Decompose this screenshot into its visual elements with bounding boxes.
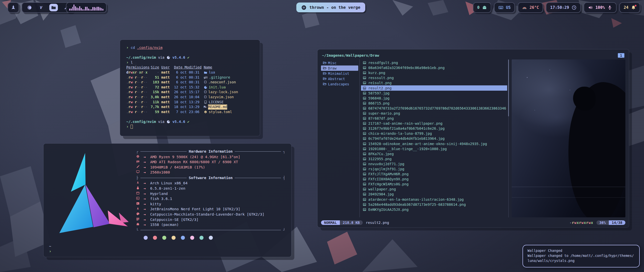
file-owner: matt <box>161 105 174 110</box>
terminal-color-palette <box>144 236 285 240</box>
file-list-item[interactable]: wallpaper.png <box>361 187 507 192</box>
terminal-window[interactable]: › cd .config/nvim ~/.config/nvim via v5.… <box>120 40 260 136</box>
file-list-item[interactable]: kurz.png <box>361 70 507 75</box>
palette-dot <box>162 236 166 240</box>
file-name: 87r687df.png <box>368 116 394 120</box>
file-list-item[interactable]: rsjqojlmjhf91.jpg <box>361 166 507 172</box>
file-list-item[interactable]: 217167-sad-anime-rain-wallpaper.png <box>361 121 507 126</box>
sidebar-item-landscapes[interactable]: Landscapes <box>321 81 358 87</box>
fetch-info-row: A→JetBrainsMono Nerd Font Light 10 [GTK2… <box>136 207 285 212</box>
file-name: FXfcII0X0AQyn9X.png <box>368 177 409 181</box>
file-list-item[interactable]: 596848.jpg <box>361 96 507 101</box>
fetch-info-value: AMD ATI Radeon RX 6800/6800 XT / 6900 XT <box>150 159 238 165</box>
pane-divider-2 <box>508 59 509 217</box>
file-list-item[interactable]: 20492984.jpg <box>361 192 507 197</box>
file-list-item[interactable]: 154928-odinokoe_anime-art-anime-okno-sin… <box>361 141 507 146</box>
packages-icon <box>136 222 140 226</box>
file-manager-window[interactable]: ~/Imagenes/Wallpapers/Draw 1 MiscDrawMin… <box>317 49 629 227</box>
tab-indicator[interactable]: 1 <box>618 53 624 58</box>
file-list-item[interactable]: 8FKa7Cu.jpeg <box>361 151 507 156</box>
fetch-info-row: →Catppuccin-SE [GTK2/3] <box>136 217 285 222</box>
font-icon: A <box>136 207 140 210</box>
scrollbar-thumb[interactable] <box>508 59 509 116</box>
keyboard-icon <box>498 5 503 10</box>
image-icon <box>363 192 366 196</box>
sidebar-item-minimalist[interactable]: Minimalist <box>321 71 358 76</box>
visualizer-bar <box>75 6 76 11</box>
file-list-item[interactable]: resssult.png <box>361 75 507 80</box>
directory-name: Abstract <box>328 77 345 81</box>
software-divider: ├ Software Information ┤ <box>136 175 285 181</box>
file-owner: matt <box>161 95 174 100</box>
file-size: - <box>151 70 161 75</box>
image-icon <box>363 112 366 115</box>
visualizer-bar <box>100 8 101 11</box>
kernel-icon <box>136 186 140 190</box>
file-list-item[interactable]: 3122955.png <box>361 156 507 161</box>
launcher-button[interactable] <box>8 2 19 13</box>
file-list-item[interactable]: 08a634fa02a32364f69ebc86a98eb1eb.png <box>361 65 507 70</box>
sidebar-item-misc[interactable]: Misc <box>321 60 358 65</box>
sidebar-item-abstract[interactable]: Abstract <box>321 76 358 81</box>
audio-visualizer <box>66 2 107 13</box>
notifications-widget[interactable]: 24 <box>619 2 640 13</box>
file-list-item[interactable]: EeNKYgIUcAAJ5JX.png <box>361 207 507 212</box>
directory-name: Misc <box>328 61 337 65</box>
file-list-item[interactable]: 587597.jpg <box>361 91 507 96</box>
file-list-item[interactable]: FXfcJlTXgAMvH6R.png <box>361 172 507 177</box>
file-list-item[interactable]: result2.png <box>361 85 507 90</box>
terminal-cursor[interactable] <box>131 125 133 129</box>
clock-widget[interactable]: 17:50:29 <box>546 2 581 13</box>
image-icon <box>363 157 366 161</box>
file-name: LICENSE <box>209 100 224 105</box>
file-list-item[interactable]: nnvuv0xj2df71.jpg <box>361 161 507 166</box>
visualizer-bar <box>97 7 98 11</box>
media-widget[interactable]: thrown - on the verge <box>296 3 365 12</box>
palette-dot <box>209 236 213 240</box>
fetch-window[interactable]: ┌ Hardware Information ┐ →AMD Ryzen 9 59… <box>44 144 291 257</box>
spotify-icon <box>301 5 306 10</box>
file-list-item[interactable]: 3126f7e9bbf21a8a4af0b67b041c6e26.jpg <box>361 126 507 131</box>
audio-widget[interactable]: 100% <box>584 2 617 13</box>
file-list-item[interactable]: 68747470733a2f2f696d616765732d7769786d70… <box>361 106 507 111</box>
file-name: FXfcJlTXgAMvH6R.png <box>368 172 409 176</box>
dock-vim-button[interactable]: V <box>38 4 44 11</box>
pane-divider <box>359 59 360 217</box>
file-list-item[interactable]: FXfcII0X0AQyn9X.png <box>361 177 507 182</box>
file-list-item[interactable]: super-mario.png <box>361 111 507 116</box>
fetch-info-value: AMD Ryzen 9 5900X (24) @ 4.9GHz [61.3°on… <box>150 154 240 160</box>
arch-icon <box>10 5 16 11</box>
notification-popup[interactable]: Wallpaper Changed Wallpaper changed to /… <box>522 245 640 267</box>
directory-name: Draw <box>328 66 337 70</box>
image-icon <box>363 117 366 120</box>
file-list-item[interactable]: FXfcHgcWIAMzs0G.png <box>361 182 507 187</box>
updates-widget[interactable]: 0 <box>473 2 491 13</box>
dock-firefox-button[interactable] <box>26 4 33 11</box>
file-list-item[interactable]: chica-mirando-la-luna-8799.jpg <box>361 131 507 136</box>
file-list-item[interactable]: 5a266e448add93deab367d87173e9f25-6837886… <box>361 202 507 207</box>
file-list-item[interactable]: 19201080-__blue-tinge__-1920×1080.jpg <box>361 146 507 151</box>
keyboard-layout-label: US <box>506 5 511 10</box>
weather-widget[interactable]: 26°C <box>518 2 543 13</box>
file-manager-body: MiscDrawMinimalistAbstractLandscapes res… <box>321 59 625 217</box>
file-list-item[interactable]: atardecer-en-la-montanas-ilustracion-634… <box>361 197 507 202</box>
image-icon <box>363 177 366 181</box>
folderOpen-icon <box>323 66 327 70</box>
file-list-item[interactable]: ressdfgult.png <box>361 60 507 65</box>
file-list-item[interactable]: re1sult.png <box>361 80 507 85</box>
file-list-item[interactable]: 866715.png <box>361 101 507 106</box>
folderOpen-icon <box>323 72 327 75</box>
file-name: resssult.png <box>368 76 394 80</box>
markdown-icon: M↓ <box>204 105 207 110</box>
dock-files-button[interactable] <box>49 4 58 11</box>
file-name: 596848.jpg <box>368 96 389 100</box>
file-list-item[interactable]: 87r687df.png <box>361 116 507 121</box>
folderOpen-icon <box>323 82 327 86</box>
ls-row: .rw-r--r--72matt12 oct 15:32init.lua <box>126 85 254 90</box>
updates-label: 0 <box>477 5 479 10</box>
file-owner: matt <box>161 80 174 85</box>
sidebar-item-draw[interactable]: Draw <box>321 65 358 71</box>
file-list-item[interactable]: 0c794faf07de24a4db4d4fb1eb813964.jpg <box>361 136 507 141</box>
parent-directory-list: MiscDrawMinimalistAbstractLandscapes <box>321 59 358 217</box>
keyboard-layout-widget[interactable]: US <box>494 2 515 13</box>
